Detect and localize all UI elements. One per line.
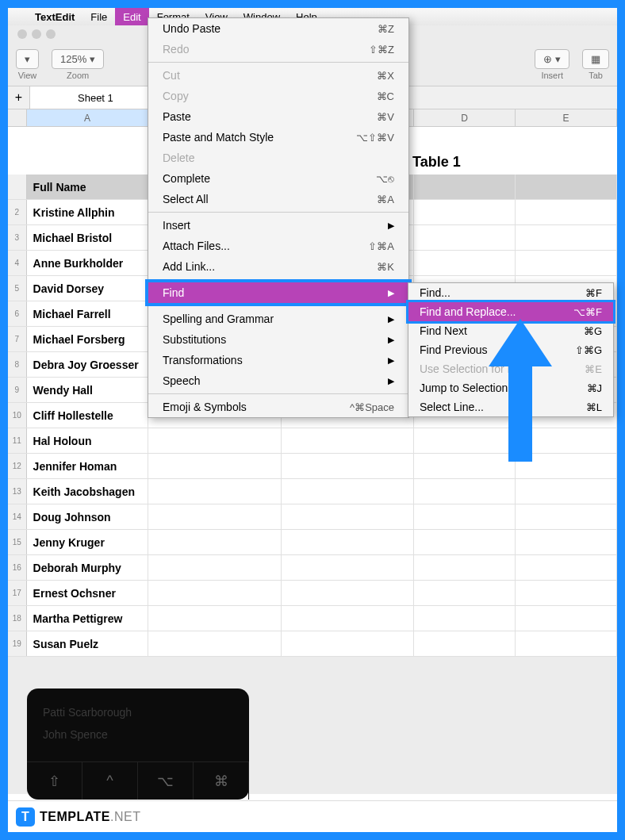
menu-item-insert[interactable]: Insert▶: [148, 215, 408, 236]
insert-label: Insert: [535, 71, 569, 80]
menu-item-copy: Copy⌘C: [148, 86, 408, 106]
col-e[interactable]: E: [516, 109, 617, 126]
control-key-icon[interactable]: ^: [82, 762, 138, 800]
table-row[interactable]: 12Jennifer Homan: [8, 454, 617, 479]
menu-item-substitutions[interactable]: Substitutions▶: [148, 329, 408, 350]
overlay-name-2: John Spence: [43, 723, 233, 746]
add-sheet-button[interactable]: +: [8, 86, 30, 109]
menu-edit[interactable]: Edit: [115, 8, 148, 25]
overlay-name-1: Patti Scarborough: [43, 701, 233, 723]
edit-menu-dropdown: Undo Paste⌘ZRedo⇧⌘ZCut⌘XCopy⌘CPaste⌘VPas…: [148, 17, 409, 418]
table-button[interactable]: ▦: [582, 49, 609, 69]
option-key-icon[interactable]: ⌥: [138, 762, 194, 800]
menu-item-attach-files-[interactable]: Attach Files...⇧⌘A: [148, 236, 408, 256]
submenu-item-find-previous[interactable]: Find Previous⇧⌘G: [408, 340, 613, 359]
close-icon[interactable]: [17, 29, 27, 39]
table-title: Table 1: [412, 154, 461, 171]
table-row[interactable]: 19Susan Puelz: [8, 631, 617, 657]
menu-item-add-link-[interactable]: Add Link...⌘K: [148, 256, 408, 277]
submenu-item-use-selection-for-find: Use Selection for Find⌘E: [408, 359, 613, 378]
menu-item-emoji-symbols[interactable]: Emoji & Symbols^⌘Space: [148, 397, 408, 417]
menu-item-find[interactable]: Find▶: [148, 282, 408, 303]
command-key-icon[interactable]: ⌘: [194, 762, 249, 800]
submenu-item-find-and-replace-[interactable]: Find and Replace...⌥⌘F: [408, 302, 613, 321]
header-cell[interactable]: Full Name: [27, 175, 149, 199]
submenu-item-select-line-[interactable]: Select Line...⌘L: [408, 397, 613, 416]
submenu-item-find-next[interactable]: Find Next⌘G: [408, 321, 613, 340]
footer-watermark: T TEMPLATE.NET: [8, 800, 617, 832]
view-label: View: [16, 71, 39, 80]
shift-key-icon[interactable]: ⇧: [27, 762, 82, 800]
template-logo-icon: T: [16, 807, 35, 827]
modifier-key-overlay: Patti Scarborough John Spence ⇧ ^ ⌥ ⌘: [27, 688, 249, 800]
submenu-item-jump-to-selection[interactable]: Jump to Selection⌘J: [408, 378, 613, 397]
menu-item-paste-and-match-style[interactable]: Paste and Match Style⌥⇧⌘V: [148, 127, 408, 148]
menu-file[interactable]: File: [82, 8, 115, 25]
table-row[interactable]: 18Martha Pettigrew: [8, 606, 617, 631]
zoom-label: Zoom: [52, 71, 104, 80]
menu-item-spelling-and-grammar[interactable]: Spelling and Grammar▶: [148, 309, 408, 329]
insert-dropdown[interactable]: ⊕ ▾: [535, 49, 569, 69]
col-d[interactable]: D: [414, 109, 516, 126]
table-row[interactable]: 17Ernest Ochsner: [8, 581, 617, 606]
menu-item-speech[interactable]: Speech▶: [148, 370, 408, 391]
sheet-tab-1[interactable]: Sheet 1: [30, 86, 162, 109]
table-row[interactable]: 13Keith Jacobshagen: [8, 479, 617, 504]
app-name[interactable]: TextEdit: [27, 11, 82, 23]
find-submenu: Find...⌘FFind and Replace...⌥⌘FFind Next…: [408, 282, 614, 417]
submenu-item-find-[interactable]: Find...⌘F: [408, 283, 613, 302]
menu-item-select-all[interactable]: Select All⌘A: [148, 189, 408, 209]
col-a[interactable]: A: [27, 109, 149, 126]
table-row[interactable]: 16Deborah Murphy: [8, 555, 617, 581]
table-row[interactable]: 15Jenny Kruger: [8, 530, 617, 555]
menu-item-complete[interactable]: Complete⌥⎋: [148, 168, 408, 189]
table-row[interactable]: 11Hal Holoun: [8, 428, 617, 454]
zoom-icon[interactable]: [46, 29, 56, 39]
menu-item-undo-paste[interactable]: Undo Paste⌘Z: [148, 18, 408, 39]
minimize-icon[interactable]: [32, 29, 41, 39]
menu-item-paste[interactable]: Paste⌘V: [148, 106, 408, 127]
view-dropdown[interactable]: ▾: [16, 49, 39, 69]
table-row[interactable]: 14Doug Johnson: [8, 504, 617, 530]
menu-item-cut: Cut⌘X: [148, 65, 408, 86]
menu-item-transformations[interactable]: Transformations▶: [148, 350, 408, 370]
zoom-dropdown[interactable]: 125% ▾: [52, 49, 104, 69]
menu-item-redo: Redo⇧⌘Z: [148, 39, 408, 59]
menu-item-delete: Delete: [148, 148, 408, 168]
table-label: Tab: [582, 71, 609, 80]
